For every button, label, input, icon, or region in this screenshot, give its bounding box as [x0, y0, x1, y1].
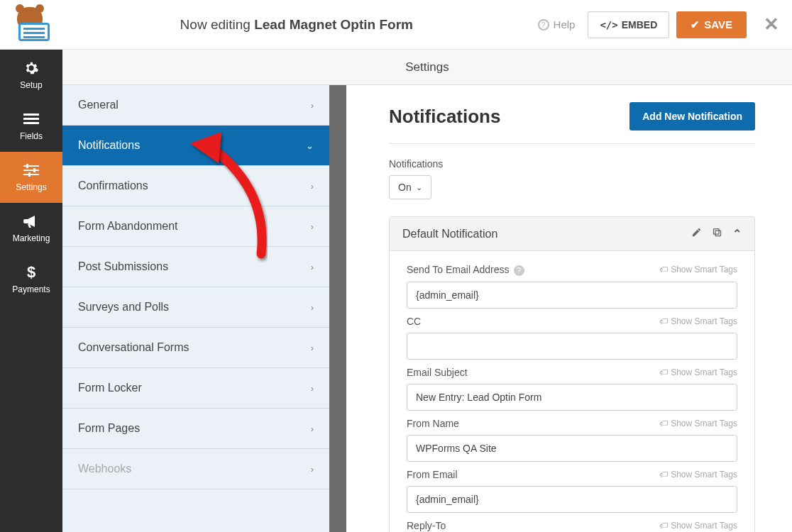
svg-rect-0	[23, 113, 39, 116]
submenu-general[interactable]: General›	[62, 85, 329, 126]
sliders-icon	[23, 162, 39, 178]
tag-icon: 🏷	[659, 316, 668, 326]
embed-button[interactable]: </> EMBED	[588, 11, 669, 38]
close-icon[interactable]: ✕	[764, 13, 779, 35]
settings-submenu: General› Notifications⌄ Confirmations› F…	[62, 85, 346, 532]
check-icon: ✔	[691, 18, 700, 31]
panel-title: Default Notification	[402, 228, 497, 240]
nav-payments[interactable]: $ Payments	[0, 254, 62, 305]
smart-tags-link[interactable]: 🏷Show Smart Tags	[659, 367, 737, 377]
svg-rect-6	[26, 164, 28, 168]
nav-label: Payments	[12, 284, 50, 294]
chevron-right-icon: ›	[311, 100, 314, 111]
submenu-conversational[interactable]: Conversational Forms›	[62, 328, 329, 368]
dollar-icon: $	[23, 265, 39, 280]
chevron-down-icon: ⌄	[306, 140, 314, 151]
nav-label: Marketing	[13, 233, 50, 243]
code-icon: </>	[600, 19, 617, 31]
copy-icon[interactable]	[712, 227, 722, 240]
nav-label: Fields	[20, 131, 43, 141]
edit-icon[interactable]	[691, 227, 702, 240]
field-label: Send To Email Address?	[407, 264, 524, 276]
subject-input[interactable]	[407, 384, 737, 411]
chevron-right-icon: ›	[311, 383, 314, 394]
editing-title: Now editing Lead Magnet Optin Form	[55, 17, 538, 33]
nav-settings[interactable]: Settings	[0, 152, 62, 203]
app-logo[interactable]	[13, 7, 55, 43]
fromemail-input[interactable]	[407, 486, 737, 513]
svg-rect-10	[714, 229, 720, 235]
chevron-right-icon: ›	[311, 464, 314, 475]
sendto-input[interactable]	[407, 282, 737, 309]
nav-setup[interactable]: Setup	[0, 50, 62, 101]
megaphone-icon	[23, 214, 39, 229]
help-link[interactable]: ? Help	[538, 18, 576, 31]
field-label: From Name	[407, 418, 459, 429]
submenu-form-locker[interactable]: Form Locker›	[62, 368, 329, 409]
svg-rect-4	[23, 170, 39, 171]
field-label: CC	[407, 316, 421, 327]
svg-rect-5	[23, 174, 39, 175]
submenu-webhooks[interactable]: Webhooks›	[62, 449, 329, 489]
submenu-form-pages[interactable]: Form Pages›	[62, 409, 329, 449]
chevron-up-icon[interactable]: ⌃	[732, 227, 742, 240]
field-label: From Email	[407, 469, 458, 480]
chevron-right-icon: ›	[311, 262, 314, 272]
submenu-surveys-polls[interactable]: Surveys and Polls›	[62, 287, 329, 328]
svg-rect-3	[23, 165, 39, 167]
smart-tags-link[interactable]: 🏷Show Smart Tags	[659, 419, 737, 428]
svg-rect-8	[28, 172, 31, 177]
page-title: Notifications	[389, 106, 500, 128]
svg-rect-9	[715, 231, 721, 236]
tag-icon: 🏷	[659, 419, 668, 428]
add-notification-button[interactable]: Add New Notification	[629, 102, 755, 131]
field-label: Reply-To	[407, 520, 446, 531]
nav-label: Setup	[20, 80, 42, 90]
nav-fields[interactable]: Fields	[0, 101, 62, 152]
smart-tags-link[interactable]: 🏷Show Smart Tags	[659, 470, 737, 480]
chevron-right-icon: ›	[311, 181, 314, 192]
chevron-down-icon: ⌄	[416, 183, 422, 192]
notification-panel: Default Notification ⌃ Send To Email Add…	[389, 216, 755, 532]
submenu-form-abandonment[interactable]: Form Abandonment›	[62, 206, 329, 247]
settings-heading: Settings	[62, 50, 792, 85]
nav-label: Settings	[16, 182, 46, 192]
tag-icon: 🏷	[659, 367, 668, 377]
tag-icon: 🏷	[659, 470, 668, 480]
svg-rect-2	[23, 122, 39, 124]
smart-tags-link[interactable]: 🏷Show Smart Tags	[659, 521, 737, 531]
gear-icon	[23, 60, 39, 76]
submenu-notifications[interactable]: Notifications⌄	[62, 126, 329, 166]
notifications-toggle[interactable]: On ⌄	[389, 175, 431, 199]
nav-marketing[interactable]: Marketing	[0, 203, 62, 254]
help-icon[interactable]: ?	[514, 265, 524, 276]
smart-tags-link[interactable]: 🏷Show Smart Tags	[659, 316, 737, 326]
save-button[interactable]: ✔ SAVE	[676, 11, 747, 38]
submenu-confirmations[interactable]: Confirmations›	[62, 166, 329, 206]
chevron-right-icon: ›	[311, 302, 314, 313]
content-area: Notifications Add New Notification Notif…	[363, 85, 781, 532]
smart-tags-link[interactable]: 🏷Show Smart Tags	[659, 265, 737, 275]
submenu-post-submissions[interactable]: Post Submissions›	[62, 247, 329, 287]
fromname-input[interactable]	[407, 435, 737, 462]
list-icon	[23, 111, 39, 127]
chevron-right-icon: ›	[311, 423, 314, 434]
chevron-right-icon: ›	[311, 221, 314, 232]
tag-icon: 🏷	[659, 265, 668, 275]
toggle-label: Notifications	[389, 158, 755, 170]
help-icon: ?	[538, 19, 549, 31]
svg-rect-1	[23, 118, 39, 120]
field-label: Email Subject	[407, 367, 468, 378]
svg-rect-7	[33, 168, 35, 172]
chevron-right-icon: ›	[311, 343, 314, 353]
tag-icon: 🏷	[659, 521, 668, 531]
cc-input[interactable]	[407, 333, 737, 360]
left-sidebar: Setup Fields Settings Marketing $ Paymen…	[0, 50, 62, 532]
